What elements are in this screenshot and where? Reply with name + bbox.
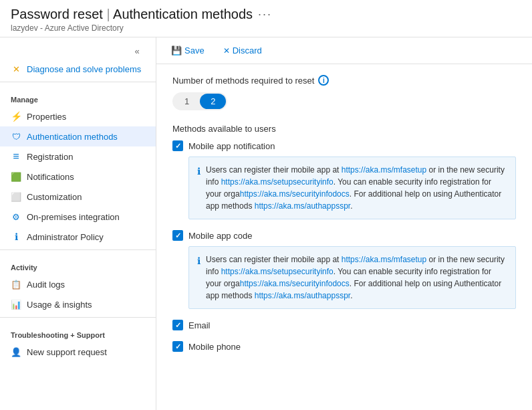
method-item-mobile-app-code: Mobile app code ℹ Users can register the… [172,230,516,309]
mfasetup-link-1[interactable]: https://aka.ms/mfasetup [342,165,426,175]
discard-icon: ✕ [223,46,230,56]
notifications-icon: 🟩 [11,171,21,182]
save-icon: 💾 [171,45,182,56]
support-icon: 👤 [11,346,21,357]
sidebar-item-admin-policy[interactable]: ℹ Administrator Policy [0,227,156,247]
method-header-mobile-phone: Mobile phone [172,341,516,352]
toggle-option-2[interactable]: 2 [200,94,226,109]
mobile-app-code-checkbox[interactable] [172,230,183,241]
mobile-app-notif-info: ℹ Users can register their mobile app at… [188,157,516,219]
mobile-phone-checkbox[interactable] [172,341,183,352]
method-header-mobile-app-code: Mobile app code [172,230,516,241]
wrench-icon: ✕ [11,64,21,74]
sidebar-section-activity: Activity 📋 Audit logs 📊 Usage & insights [0,253,156,314]
method-item-mobile-app-notif: Mobile app notification ℹ Users can regi… [172,140,516,219]
sidebar-item-diagnose[interactable]: ✕ Diagnose and solve problems [0,59,156,79]
content-area: Number of methods required to reset i 1 … [156,64,532,410]
mobile-app-notif-label: Mobile app notification [188,141,275,151]
method-item-email: Email [172,320,516,330]
sidebar-section-manage: Manage ⚡ Properties 🛡 Authentication met… [0,85,156,247]
securityinfodocs-link-1[interactable]: https://aka.ms/securityinfodocs [240,189,350,199]
registration-icon: ≡ [11,151,21,162]
sidebar-item-customization[interactable]: ⬜ Customization [0,187,156,207]
mobile-phone-label: Mobile phone [188,342,241,352]
more-options-icon[interactable]: ··· [258,7,272,21]
page-header: Password reset | Authentication methods … [0,0,532,37]
info-icon-notif: ℹ [197,165,201,212]
page-title: Password reset | Authentication methods [11,7,253,22]
sidebar: « ✕ Diagnose and solve problems Manage ⚡… [0,37,156,410]
sidebar-item-auth-methods[interactable]: 🛡 Authentication methods [0,126,156,146]
authappsspr-link-2[interactable]: https://aka.ms/authappsspr [255,291,350,300]
method-item-mobile-phone: Mobile phone [172,341,516,352]
sidebar-item-notifications[interactable]: 🟩 Notifications [0,167,156,187]
methods-required-info-icon[interactable]: i [318,75,329,86]
save-button[interactable]: 💾 Save [167,43,209,58]
sidebar-collapse-button[interactable]: « [129,43,145,59]
auth-icon: 🛡 [11,131,21,142]
email-label: Email [188,320,211,330]
properties-icon: ⚡ [11,111,21,122]
admin-policy-icon: ℹ [11,231,21,242]
toolbar: 💾 Save ✕ Discard [156,37,532,64]
sidebar-item-audit-logs[interactable]: 📋 Audit logs [0,274,156,294]
info-icon-code: ℹ [197,254,201,302]
audit-logs-icon: 📋 [11,279,21,290]
methods-available-label: Methods available to users [172,124,516,134]
customization-icon: ⬜ [11,191,21,202]
sidebar-item-properties[interactable]: ⚡ Properties [0,106,156,126]
method-header-email: Email [172,320,516,330]
mobile-app-code-label: Mobile app code [188,231,252,241]
method-header-mobile-app-notif: Mobile app notification [172,140,516,151]
sidebar-item-registration[interactable]: ≡ Registration [0,146,156,167]
toggle-group[interactable]: 1 2 [172,92,227,110]
mobile-app-code-info: ℹ Users can register their mobile app at… [188,246,516,309]
sidebar-section-troubleshooting: Troubleshooting + Support 👤 New support … [0,320,156,362]
discard-button[interactable]: ✕ Discard [219,43,266,58]
methods-required-label: Number of methods required to reset i [172,75,516,86]
mobile-app-notif-checkbox[interactable] [172,140,183,151]
onprem-icon: ⚙ [11,211,21,222]
breadcrumb: lazydev - Azure Active Directory [11,23,521,33]
usage-insights-icon: 📊 [11,299,21,310]
securityinfodocs-link-2[interactable]: https://aka.ms/securityinfodocs [240,279,350,288]
main-content: 💾 Save ✕ Discard Number of methods requi… [156,37,532,410]
setupsecurity-link-1[interactable]: https://aka.ms/setupsecurityinfo [221,177,334,187]
sidebar-item-onprem[interactable]: ⚙ On-premises integration [0,207,156,227]
authappsspr-link-1[interactable]: https://aka.ms/authappsspr [255,201,350,211]
mfasetup-link-2[interactable]: https://aka.ms/mfasetup [342,255,426,264]
setupsecurity-link-2[interactable]: https://aka.ms/setupsecurityinfo [221,267,334,276]
sidebar-item-support[interactable]: 👤 New support request [0,342,156,362]
sidebar-item-usage-insights[interactable]: 📊 Usage & insights [0,294,156,314]
email-checkbox[interactable] [172,320,183,330]
toggle-option-1[interactable]: 1 [174,94,200,109]
